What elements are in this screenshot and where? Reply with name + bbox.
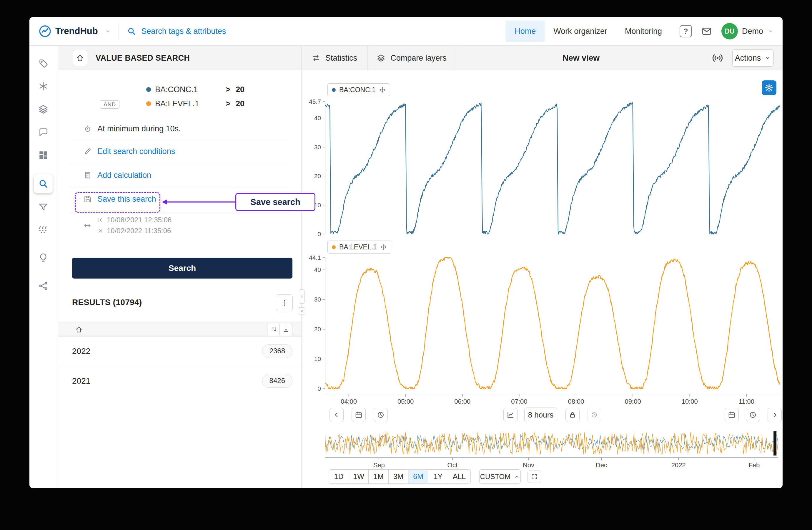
account-caret-icon[interactable]	[767, 28, 774, 34]
fit-range-button[interactable]	[527, 471, 541, 483]
global-search[interactable]	[127, 27, 301, 36]
dashboards-icon	[38, 150, 48, 160]
duration-text: At minimum during 10s.	[97, 124, 181, 134]
broadcast-icon	[711, 52, 724, 64]
condition-row[interactable]: BA:LEVEL.1>20	[58, 97, 301, 111]
range-1w-button[interactable]: 1W	[349, 469, 369, 484]
divider	[70, 118, 290, 118]
custom-range-button[interactable]: CUSTOM	[479, 469, 521, 484]
avatar[interactable]: DU	[721, 23, 738, 40]
search-button[interactable]: Search	[72, 257, 292, 279]
result-row[interactable]: 20222368	[58, 337, 301, 366]
sort-results-button[interactable]	[267, 324, 280, 335]
actions-button[interactable]: Actions	[732, 50, 773, 67]
compare-layers-button[interactable]: Compare layers	[368, 46, 456, 70]
series-chip-level[interactable]: BA:LEVEL.1	[328, 240, 391, 253]
series-chip-label: BA:LEVEL.1	[339, 243, 377, 251]
mail-button[interactable]	[701, 26, 712, 37]
move-icon[interactable]	[380, 244, 387, 250]
calendar-icon	[728, 411, 736, 419]
condition-row[interactable]: BA:CONC.1>20	[58, 82, 301, 97]
global-search-input[interactable]	[141, 27, 301, 36]
series-chip-label: BA:CONC.1	[339, 86, 376, 94]
range-1d-button[interactable]: 1D	[329, 469, 349, 484]
account-menu[interactable]: DU Demo	[721, 23, 774, 40]
nav-monitoring[interactable]: Monitoring	[616, 20, 671, 42]
end-time-button[interactable]	[746, 408, 760, 422]
brand-caret-icon[interactable]	[104, 28, 111, 34]
series-chip-conc[interactable]: BA:CONC.1	[328, 83, 390, 96]
panel-title: VALUE BASED SEARCH	[96, 46, 190, 70]
sidebar-filters-button[interactable]	[34, 198, 53, 217]
chart-settings-button[interactable]	[762, 80, 777, 95]
clock-icon	[377, 411, 385, 419]
brand[interactable]: TrendHub	[38, 25, 111, 38]
series-color-dot	[332, 88, 336, 92]
panel-splitter-handle[interactable]	[299, 290, 304, 304]
results-menu-button[interactable]	[276, 294, 293, 311]
sidebar-search-button[interactable]	[34, 174, 53, 193]
range-all-button[interactable]: ALL	[448, 469, 471, 484]
start-date-button[interactable]	[351, 408, 366, 422]
sidebar-annotations-button[interactable]	[34, 123, 53, 142]
actions-label: Actions	[735, 54, 761, 63]
condition-value: 20	[236, 82, 245, 97]
sort-icon	[270, 326, 277, 333]
sidebar-assets-button[interactable]	[34, 77, 53, 96]
svg-text:Oct: Oct	[448, 461, 458, 469]
gear-icon	[765, 83, 773, 92]
sidebar-dashboards-button[interactable]	[34, 146, 53, 165]
range-preset-group: 1D1W1M3M6M1YALL	[329, 469, 471, 484]
nav-work-organizer[interactable]: Work organizer	[545, 20, 616, 42]
sidebar-tags-button[interactable]	[34, 54, 53, 73]
header-divider	[119, 23, 119, 39]
move-icon[interactable]	[379, 86, 386, 93]
sidebar-sensor-data-button[interactable]	[34, 220, 53, 239]
pan-left-button[interactable]	[330, 408, 344, 422]
sidebar-recommendations-button[interactable]	[34, 248, 53, 267]
range-1y-button[interactable]: 1Y	[428, 469, 448, 484]
svg-text:09:00: 09:00	[625, 398, 641, 405]
end-date-button[interactable]	[725, 408, 739, 422]
svg-text:11:00: 11:00	[739, 398, 754, 405]
view-title: New view	[563, 46, 599, 70]
sidebar-models-button[interactable]	[34, 277, 53, 295]
reset-history-button[interactable]	[587, 408, 601, 422]
account-name[interactable]: Demo	[742, 27, 763, 36]
conjunction-badge: AND	[100, 100, 119, 109]
lock-window-button[interactable]	[565, 408, 580, 422]
expand-icon	[531, 473, 537, 480]
chart-area: Statistics Compare layers New view Actio…	[302, 46, 783, 488]
statistics-button[interactable]: Statistics	[302, 46, 368, 70]
range-6m-button[interactable]: 6M	[408, 469, 429, 484]
condition-operator: >	[226, 82, 230, 97]
divider	[70, 164, 290, 164]
add-calculation-link[interactable]: Add calculation	[58, 165, 301, 185]
panel-header-strip: VALUE BASED SEARCH	[58, 46, 301, 70]
app-body: VALUE BASED SEARCH BA:CONC.1>20BA:LEVEL.…	[29, 46, 783, 488]
skip-to-start-icon	[97, 217, 103, 223]
start-time-button[interactable]	[374, 408, 388, 422]
time-window-label[interactable]: 8 hours	[524, 407, 557, 422]
lock-icon	[569, 411, 576, 419]
panel-collapse-button[interactable]	[298, 307, 305, 315]
edit-search-conditions-link[interactable]: Edit search conditions	[58, 141, 301, 161]
result-count-badge: 2368	[262, 344, 292, 358]
chart-scale-button[interactable]	[503, 408, 518, 422]
result-row[interactable]: 20218426	[58, 366, 301, 396]
results-title: RESULTS (10794)	[72, 292, 142, 312]
sidebar-layers-button[interactable]	[34, 100, 53, 118]
nav-home[interactable]: Home	[506, 20, 545, 42]
range-3m-button[interactable]: 3M	[388, 469, 409, 484]
range-1m-button[interactable]: 1M	[368, 469, 389, 484]
collapse-results-button[interactable]	[279, 324, 292, 335]
duration-row[interactable]: At minimum during 10s.	[58, 120, 301, 138]
stopwatch-icon	[84, 125, 91, 132]
live-mode-button[interactable]	[711, 52, 724, 64]
pan-right-button[interactable]	[768, 408, 782, 422]
help-button[interactable]: ?	[680, 25, 692, 38]
search-home-button[interactable]	[72, 50, 88, 66]
svg-text:Nov: Nov	[523, 461, 534, 469]
time-range-block[interactable]: 10/08/2021 12:35:06 10/02/2022 11:35:06	[58, 216, 301, 235]
compare-layers-label: Compare layers	[390, 54, 447, 63]
